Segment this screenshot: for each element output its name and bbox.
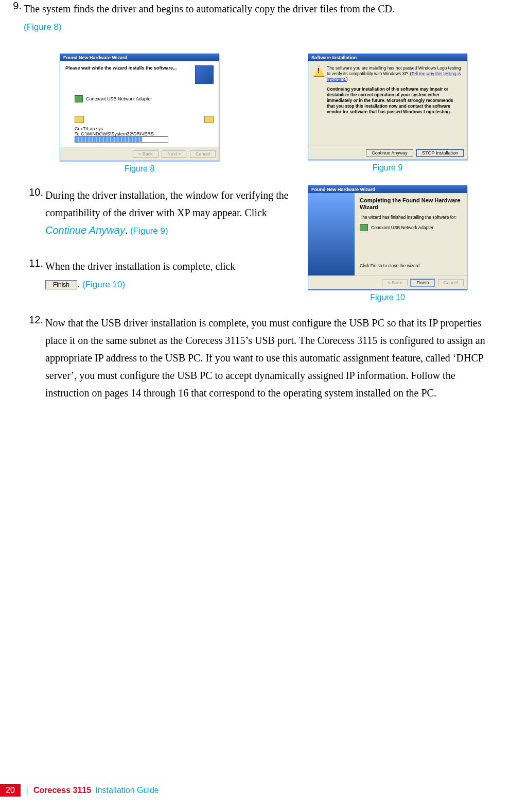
- fig10-line2: Click Finish to close the wizard.: [360, 263, 463, 268]
- footer-guide: Installation Guide: [95, 786, 159, 794]
- figure-9: Software Installation The software you a…: [308, 54, 467, 172]
- fig9-title: Software Installation: [308, 54, 467, 61]
- fig9-stop-button: STOP Installation: [416, 149, 464, 157]
- footer-product: Corecess 3115: [33, 786, 91, 794]
- fig8-back-button: < Back: [133, 150, 159, 158]
- page-footer: 20 Corecess 3115 Installation Guide: [0, 783, 159, 798]
- figure10-caption: Figure 10: [308, 293, 467, 302]
- folder-icon: [75, 116, 84, 123]
- figure-8: Found New Hardware Wizard Please wait wh…: [60, 54, 219, 174]
- fig10-finish-button: Finish: [411, 279, 434, 286]
- fig10-title: Found New Hardware Wizard: [308, 186, 467, 193]
- step-number-9: 9.: [2, 0, 22, 12]
- step-text-11: When the driver installation is complete…: [45, 257, 295, 293]
- fig8-cancel-button: Cancel: [190, 150, 216, 158]
- step10-text-b: .: [125, 224, 130, 236]
- fig8-device: Conexant USB Network Adapter: [86, 96, 152, 101]
- step11-text-a: When the driver installation is complete…: [45, 261, 235, 272]
- step11-text-b: .: [77, 278, 82, 289]
- step10-action: Continue Anyway: [45, 224, 125, 236]
- figure-10: Found New Hardware Wizard Completing the…: [308, 185, 467, 302]
- device-icon: [360, 224, 368, 231]
- fig8-title: Found New Hardware Wizard: [60, 54, 219, 61]
- fig8-line1: Please wait while the wizard installs th…: [65, 65, 195, 71]
- step-text-9: The system finds the driver and begins t…: [24, 0, 488, 36]
- inline-finish-button: Finish: [45, 280, 77, 289]
- step9-figref: (Figure 8): [24, 22, 62, 32]
- step11-figref: (Figure 10): [82, 280, 125, 289]
- step9-line: The system finds the driver and begins t…: [24, 3, 395, 14]
- fig10-cancel-button: Cancel: [438, 279, 464, 286]
- step10-figref: (Figure 9): [130, 226, 168, 236]
- install-icon: [195, 65, 214, 84]
- fig10-line1: The wizard has finished installing the s…: [360, 215, 463, 220]
- fig8-dest: To C:\WINDOWS\System32\DRIVERS: [75, 131, 214, 136]
- warning-icon: [313, 65, 325, 77]
- page-number: 20: [0, 784, 21, 797]
- fig9-continue-button: Continue Anyway: [366, 149, 413, 157]
- step-number-11: 11.: [24, 257, 43, 269]
- fig9-msg2: Continuing your installation of this sof…: [327, 87, 462, 115]
- fig10-device: Conexant USB Network Adapter: [371, 225, 433, 230]
- fig9-msg1b: ): [346, 77, 348, 82]
- folder-icon: [204, 116, 214, 123]
- fig8-next-button: Next >: [162, 150, 186, 158]
- progress-bar: [75, 136, 168, 143]
- step-number-10: 10.: [24, 186, 43, 198]
- footer-separator: [27, 785, 27, 796]
- step-number-12: 12.: [24, 314, 43, 326]
- fig10-heading: Completing the Found New Hardware Wizard: [360, 197, 463, 211]
- fig10-back-button: < Back: [382, 279, 408, 286]
- figure8-caption: Figure 8: [60, 164, 219, 174]
- figure9-caption: Figure 9: [308, 163, 467, 172]
- step10-text-a: During the driver installation, the wind…: [45, 189, 289, 218]
- step-text-12: Now that the USB driver installation is …: [45, 314, 488, 402]
- device-icon: [75, 95, 83, 102]
- step-text-10: During the driver installation, the wind…: [45, 186, 295, 240]
- fig8-file: CnxTrLan.sys: [75, 126, 214, 131]
